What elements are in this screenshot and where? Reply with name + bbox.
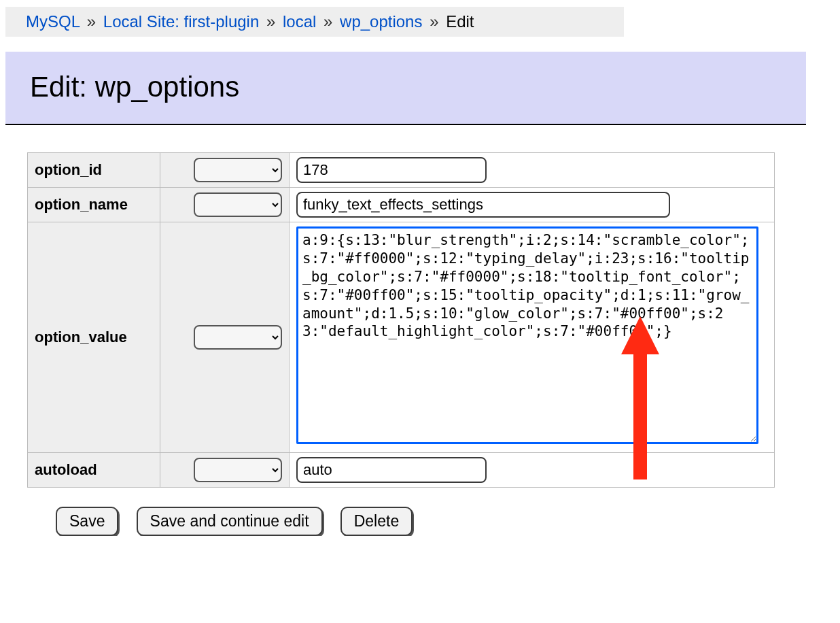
save-button[interactable]: Save — [56, 507, 118, 536]
label-option-value: option_value — [28, 222, 160, 453]
breadcrumb-link-db[interactable]: local — [283, 12, 316, 31]
breadcrumb-sep: » — [323, 12, 332, 31]
func-select-option-value[interactable] — [194, 325, 282, 350]
label-autoload: autoload — [28, 453, 160, 488]
input-autoload[interactable] — [296, 457, 487, 483]
breadcrumb-link-mysql[interactable]: MySQL — [26, 12, 80, 31]
breadcrumb-sep: » — [87, 12, 96, 31]
input-option-id[interactable] — [296, 157, 487, 183]
page-title-band: Edit: wp_options — [5, 52, 806, 124]
breadcrumb-link-server[interactable]: Local Site: first-plugin — [103, 12, 259, 31]
buttons-row: Save Save and continue edit Delete — [56, 507, 840, 536]
breadcrumb-link-table[interactable]: wp_options — [340, 12, 422, 31]
input-option-name[interactable] — [296, 192, 670, 218]
label-option-name: option_name — [28, 188, 160, 222]
edit-form: option_id option_name option_value — [27, 152, 840, 536]
breadcrumb-sep: » — [266, 12, 275, 31]
breadcrumb-current: Edit — [446, 12, 474, 31]
title-rule — [5, 124, 806, 125]
row-option-name: option_name — [28, 188, 775, 222]
breadcrumb-sep: » — [430, 12, 438, 31]
page-title: Edit: wp_options — [30, 71, 782, 103]
label-option-id: option_id — [28, 153, 160, 188]
fields-table: option_id option_name option_value — [27, 152, 775, 488]
func-select-option-name[interactable] — [194, 192, 282, 217]
delete-button[interactable]: Delete — [340, 507, 413, 536]
breadcrumb: MySQL » Local Site: first-plugin » local… — [5, 7, 624, 37]
textarea-option-value[interactable] — [296, 226, 758, 444]
row-option-value: option_value — [28, 222, 775, 453]
func-select-autoload[interactable] — [194, 458, 282, 482]
save-continue-button[interactable]: Save and continue edit — [137, 507, 323, 536]
row-autoload: autoload — [28, 453, 775, 488]
func-select-option-id[interactable] — [194, 158, 282, 182]
row-option-id: option_id — [28, 153, 775, 188]
